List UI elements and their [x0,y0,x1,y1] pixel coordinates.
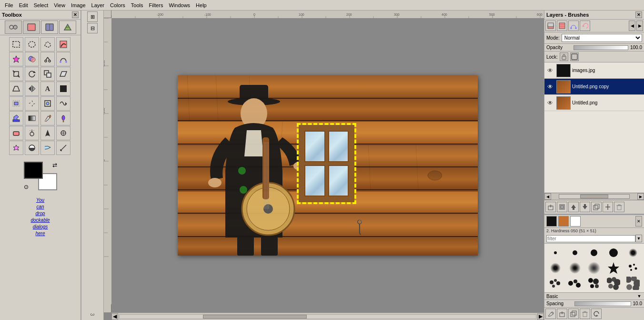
duplicate-layer-btn[interactable] [591,202,602,212]
tool-options-icon1[interactable] [5,21,22,34]
layers-hscroll-track[interactable] [559,194,630,199]
ink-draw-tool[interactable] [40,126,55,140]
layers-close-button[interactable]: ✕ [635,11,642,18]
tool-options-icon2[interactable] [23,21,40,34]
move-tool[interactable] [25,96,39,111]
brush-star[interactable] [604,261,623,275]
foreground-select-tool[interactable] [56,37,70,52]
heal-draw-tool[interactable] [9,141,23,155]
horizontal-scrollbar[interactable]: ◀ ▶ [111,312,544,320]
new-layer-btn[interactable] [545,202,556,212]
brush-5[interactable] [624,246,642,260]
paintbrush-draw-tool[interactable] [56,111,70,125]
scale-tool[interactable] [40,67,55,81]
brush-panel-close[interactable]: ✕ [635,216,642,227]
layer-visibility-eye-2[interactable]: 👁 [545,82,555,92]
swap-colors-button[interactable]: ⇄ [52,162,57,168]
layer-item-images-jpg[interactable]: 👁 images.jpg [544,62,644,79]
layers-scroll-left[interactable]: ◀ [544,193,551,200]
toolbox-close-button[interactable]: ✕ [72,11,79,18]
warp-tool[interactable] [56,96,70,111]
panel-arrow-right[interactable]: ▶ [636,21,643,31]
eraser-draw-tool[interactable] [9,126,23,140]
brush-swatch-black[interactable] [546,216,557,227]
brush-swatch-brown[interactable] [558,216,569,227]
menu-filters[interactable]: Filters [146,1,166,9]
brush-scatter2[interactable] [546,276,565,290]
layers-icon-layers[interactable] [545,21,556,31]
lock-pixels-btn[interactable] [560,52,568,61]
scissors-tool[interactable] [40,52,55,66]
brush-dup-btn[interactable] [568,309,579,319]
smudge-draw-tool[interactable] [40,141,55,155]
brush-swatch-white[interactable] [570,216,581,227]
layer-item-untitled[interactable]: 👁 Untitled.png [544,95,644,111]
layer-up-btn[interactable] [568,202,579,212]
measure-draw-tool[interactable] [56,141,70,155]
brush-del-btn[interactable] [580,309,590,319]
layer-visibility-eye-1[interactable]: 👁 [545,66,555,75]
brush-4[interactable] [604,246,623,260]
pencil-draw-tool[interactable] [40,111,55,125]
panel-arrow-left[interactable]: ◀ [629,21,635,31]
menu-tools[interactable]: Tools [128,1,146,9]
shear-tool[interactable] [56,67,70,81]
brush-scatter5[interactable] [604,276,623,290]
opacity-slider[interactable] [574,45,628,50]
menu-edit[interactable]: Edit [16,1,31,9]
brush-scatter3[interactable] [566,276,584,290]
path-tool[interactable] [56,52,70,66]
canvas-viewport[interactable] [111,18,544,312]
dockable-btn-1[interactable]: ⊞ [87,11,98,22]
free-select-tool[interactable] [40,37,55,52]
brush-new-btn[interactable] [557,309,567,319]
layer-item-untitled-copy[interactable]: 👁 Untitled.png copy [544,79,644,95]
dockable-link[interactable]: dockable [30,217,50,223]
scroll-right-btn[interactable]: ▶ [537,313,544,320]
menu-select[interactable]: Select [31,1,51,9]
text-tool[interactable]: A [40,82,55,96]
layers-scroll-right[interactable]: ▶ [637,193,644,200]
layers-icon-channels[interactable] [557,21,567,31]
layer-visibility-eye-3[interactable]: 👁 [545,98,555,108]
blend-fill-tool[interactable] [25,111,39,125]
bucket-fill-tool[interactable] [9,111,23,125]
crop-tool[interactable] [9,67,23,81]
scroll-left-btn[interactable]: ◀ [111,313,118,320]
layers-icon-undo[interactable] [580,21,590,31]
brush-filter-dropdown[interactable]: ▼ [635,235,642,242]
brush-3[interactable] [585,246,604,260]
h-scroll-thumb[interactable] [203,315,307,319]
tool-options-icon4[interactable] [59,21,76,34]
brush-2[interactable] [566,246,584,260]
transform-tool[interactable] [40,96,55,111]
menu-layer[interactable]: Layer [89,1,108,9]
menu-colors[interactable]: Colors [107,1,128,9]
lock-position-btn[interactable] [570,52,579,61]
by-color-select-tool[interactable] [25,52,39,66]
menu-help[interactable]: Help [193,1,210,9]
layers-hscroll-thumb[interactable] [580,195,608,198]
clone-draw-tool[interactable] [56,126,70,140]
h-scroll-track[interactable] [119,314,536,319]
spacing-slider[interactable] [574,301,631,306]
brush-1[interactable] [546,246,565,260]
perspective-tool[interactable] [9,82,23,96]
anchor-layer-btn[interactable] [603,202,613,212]
dockable-btn-2[interactable]: ⊟ [87,23,98,33]
dodge-draw-tool[interactable] [25,141,39,155]
layer-down-btn[interactable] [580,202,590,212]
brush-filter-input[interactable] [546,235,635,242]
mode-select[interactable]: Normal Multiply Screen Overlay [562,34,642,42]
align-tool[interactable] [9,96,23,111]
tool-options-icon3[interactable] [41,21,58,34]
reset-colors-button[interactable]: ⊙ [24,184,29,190]
rotate-tool[interactable] [25,67,39,81]
fuzzy-select-tool[interactable] [9,52,23,66]
airbrush-draw-tool[interactable] [25,126,39,140]
brush-6[interactable] [546,261,565,275]
foreground-color-swatch[interactable] [24,162,43,179]
rect-select-tool[interactable] [9,37,23,52]
delete-layer-btn[interactable] [614,202,624,212]
new-from-visible-btn[interactable] [557,202,567,212]
